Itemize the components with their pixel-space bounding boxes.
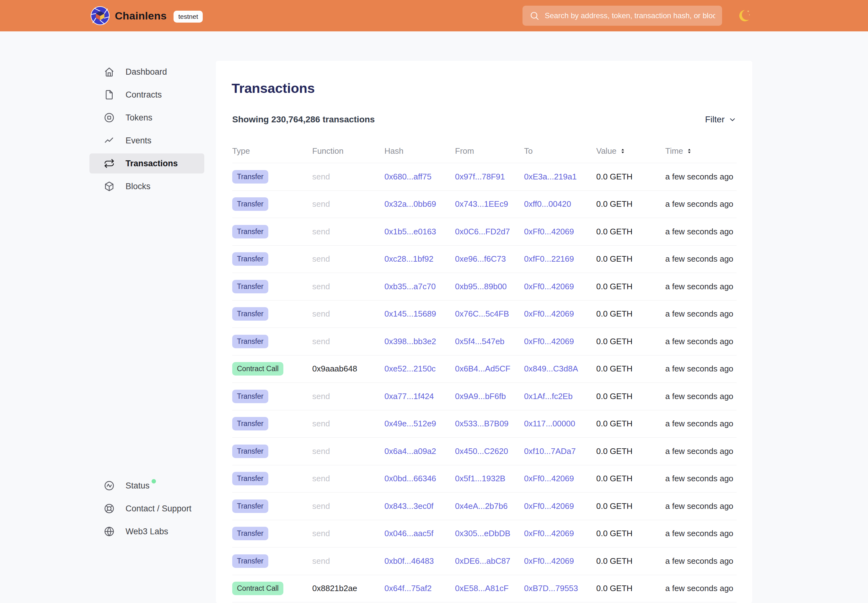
sidebar-item-contact-support[interactable]: Contact / Support	[90, 498, 204, 519]
filter-button[interactable]: Filter	[705, 114, 736, 125]
from-address-link[interactable]: 0x5f4...547eb	[455, 337, 524, 346]
value-cell: 0.0 GETH	[596, 172, 665, 182]
transactions-panel: Transactions Showing 230,764,286 transac…	[216, 61, 752, 603]
from-address-link[interactable]: 0x305...eDbDB	[455, 529, 524, 538]
sidebar-item-web3-labs[interactable]: Web3 Labs	[90, 521, 204, 541]
hash-link[interactable]: 0x843...3ec0f	[384, 501, 455, 511]
function-cell: send	[312, 337, 384, 346]
hash-link[interactable]: 0xc28...1bf92	[384, 254, 455, 264]
dark-mode-toggle[interactable]	[736, 8, 750, 23]
hash-link[interactable]: 0xe52...2150c	[384, 364, 455, 374]
to-address-link[interactable]: 0xFf0...42069	[524, 227, 596, 237]
from-address-link[interactable]: 0x5f1...1932B	[455, 474, 524, 484]
column-header-hash: Hash	[384, 146, 455, 156]
to-address-link[interactable]: 0xE3a...219a1	[524, 172, 596, 182]
from-address-link[interactable]: 0xb95...89b00	[455, 282, 524, 291]
from-address-link[interactable]: 0xDE6...abC87	[455, 556, 524, 566]
from-address-link[interactable]: 0x450...C2620	[455, 447, 524, 456]
sidebar-item-status[interactable]: Status	[90, 476, 204, 496]
type-badge: Transfer	[232, 390, 268, 403]
sidebar-item-label: Web3 Labs	[125, 527, 168, 537]
from-address-link[interactable]: 0x743...1EEc9	[455, 199, 524, 209]
status-icon	[104, 480, 115, 491]
type-badge: Transfer	[232, 472, 268, 485]
sidebar-item-label: Contact / Support	[125, 504, 192, 513]
blocks-icon	[104, 181, 115, 192]
sidebar-item-label: Contracts	[125, 90, 162, 100]
value-cell: 0.0 GETH	[596, 391, 665, 401]
hash-link[interactable]: 0x680...aff75	[384, 172, 455, 182]
time-cell: a few seconds ago	[665, 309, 736, 319]
sidebar-item-label: Tokens	[125, 113, 153, 123]
column-header-label: To	[524, 146, 532, 156]
file-icon	[104, 89, 115, 100]
sidebar-item-contracts[interactable]: Contracts	[90, 85, 204, 105]
function-cell: send	[312, 447, 384, 456]
search-box[interactable]	[523, 6, 722, 26]
from-address-link[interactable]: 0x0C6...FD2d7	[455, 227, 524, 237]
to-address-link[interactable]: 0xFf0...42069	[524, 309, 596, 319]
search-input[interactable]	[544, 11, 716, 20]
from-address-link[interactable]: 0x9A9...bF6fb	[455, 391, 524, 401]
value-cell: 0.0 GETH	[596, 199, 665, 209]
time-cell: a few seconds ago	[665, 584, 736, 593]
to-address-link[interactable]: 0xfF0...22169	[524, 254, 596, 264]
from-address-link[interactable]: 0x6B4...Ad5CF	[455, 364, 524, 374]
value-cell: 0.0 GETH	[596, 364, 665, 374]
sort-icon[interactable]	[686, 147, 693, 155]
sidebar-item-dashboard[interactable]: Dashboard	[90, 62, 204, 82]
time-cell: a few seconds ago	[665, 501, 736, 511]
hash-link[interactable]: 0x398...bb3e2	[384, 337, 455, 346]
hash-link[interactable]: 0x1b5...e0163	[384, 227, 455, 237]
hash-link[interactable]: 0x6a4...a09a2	[384, 447, 455, 456]
to-address-link[interactable]: 0x849...C3d8A	[524, 364, 596, 374]
to-address-link[interactable]: 0xff0...00420	[524, 199, 596, 209]
function-cell: send	[312, 172, 384, 182]
to-address-link[interactable]: 0xFf0...42069	[524, 282, 596, 291]
to-address-link[interactable]: 0xFf0...42069	[524, 474, 596, 484]
to-address-link[interactable]: 0xFf0...42069	[524, 501, 596, 511]
from-address-link[interactable]: 0xE58...A81cF	[455, 584, 524, 593]
hash-link[interactable]: 0x046...aac5f	[384, 529, 455, 538]
sidebar-item-tokens[interactable]: Tokens	[90, 108, 204, 128]
hash-link[interactable]: 0x32a...0bb69	[384, 199, 455, 209]
column-header-type: Type	[232, 146, 312, 156]
transactions-table: TypeFunctionHashFromToValueTime Transfer…	[232, 139, 736, 602]
to-address-link[interactable]: 0xf10...7ADa7	[524, 447, 596, 456]
time-cell: a few seconds ago	[665, 364, 736, 374]
from-address-link[interactable]: 0x4eA...2b7b6	[455, 501, 524, 511]
from-address-link[interactable]: 0x533...B7B09	[455, 419, 524, 428]
to-address-link[interactable]: 0x1Af...fc2Eb	[524, 391, 596, 401]
globe-icon	[104, 526, 115, 537]
from-address-link[interactable]: 0x76C...5c4FB	[455, 309, 524, 319]
time-cell: a few seconds ago	[665, 419, 736, 428]
sort-icon[interactable]	[619, 147, 627, 155]
type-badge: Transfer	[232, 225, 268, 238]
sidebar-item-events[interactable]: Events	[90, 130, 204, 151]
function-cell: send	[312, 391, 384, 401]
hash-link[interactable]: 0xb0f...46483	[384, 556, 455, 566]
hash-link[interactable]: 0x49e...512e9	[384, 419, 455, 428]
to-address-link[interactable]: 0x117...00000	[524, 419, 596, 428]
from-address-link[interactable]: 0x97f...78F91	[455, 172, 524, 182]
hash-link[interactable]: 0x0bd...66346	[384, 474, 455, 484]
hash-link[interactable]: 0x145...15689	[384, 309, 455, 319]
transaction-row: Transfersend0x0bd...663460x5f1...1932B0x…	[232, 465, 736, 493]
brand[interactable]: Chainlens testnet	[90, 6, 203, 25]
filter-label: Filter	[705, 114, 724, 125]
to-address-link[interactable]: 0xB7D...79553	[524, 584, 596, 593]
column-header-time[interactable]: Time	[665, 146, 736, 156]
column-header-value[interactable]: Value	[596, 146, 665, 156]
from-address-link[interactable]: 0xe96...f6C73	[455, 254, 524, 264]
sidebar-item-transactions[interactable]: Transactions	[90, 153, 204, 173]
transaction-row: Transfersend0xc28...1bf920xe96...f6C730x…	[232, 246, 736, 273]
status-indicator-dot	[152, 479, 156, 484]
to-address-link[interactable]: 0xFf0...42069	[524, 556, 596, 566]
hash-link[interactable]: 0x64f...75af2	[384, 584, 455, 593]
sidebar-item-blocks[interactable]: Blocks	[90, 176, 204, 196]
sidebar-footer-nav: StatusContact / SupportWeb3 Labs	[90, 476, 204, 544]
hash-link[interactable]: 0xa77...1f424	[384, 391, 455, 401]
to-address-link[interactable]: 0xFf0...42069	[524, 529, 596, 538]
to-address-link[interactable]: 0xFf0...42069	[524, 337, 596, 346]
hash-link[interactable]: 0xb35...a7c70	[384, 282, 455, 291]
